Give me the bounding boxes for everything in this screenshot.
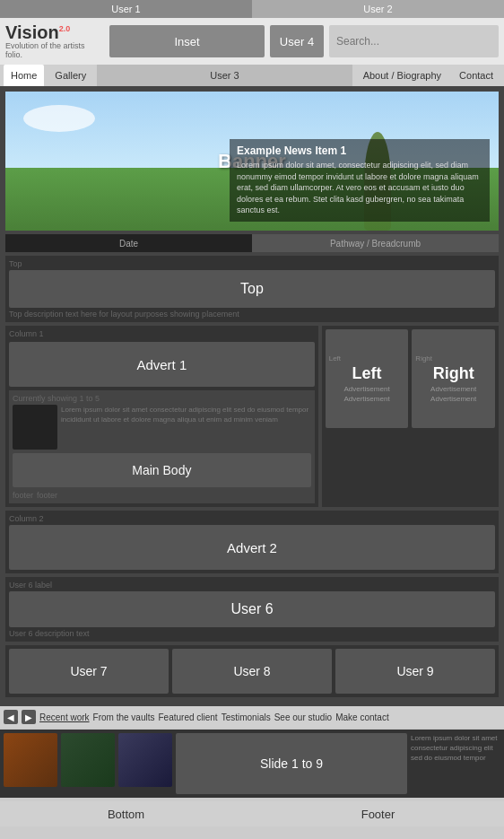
thumb-area [13,405,57,450]
advert2-section: Column 2 Advert 2 [5,511,499,573]
date-cell: Date [5,234,252,252]
slide-link-1[interactable]: Recent work [39,712,90,722]
right-col-row: Left Left Advertisement Advertisement Ri… [326,329,495,428]
slideshow-section: Slide 1 to 9 Lorem ipsum dolor sit amet … [0,730,504,798]
slide-thumb-3[interactable] [118,733,172,787]
logo-block: Vision2.0 Evolution of the artists folio… [5,23,104,59]
bottom-footer: Bottom Footer [0,801,504,826]
slide-link-4[interactable]: Testimonials [222,712,271,722]
slide-link-2[interactable]: From the vaults [93,712,155,722]
advert1-label: Column 1 [9,329,315,338]
slide-main[interactable]: Slide 1 to 9 [176,733,407,794]
top-label: Top [9,259,495,268]
left-panel: Left Left Advertisement Advertisement [326,329,409,428]
left-panel-title: Left [352,364,382,383]
banner-area: Banner Example News Item 1 Lorem ipsum d… [5,92,499,231]
main-body-label: Currently showing 1 to 5 [13,394,311,403]
inset-block[interactable]: Inset [109,25,265,57]
topbar-user1[interactable]: User 1 [0,0,252,18]
search-block[interactable] [329,25,499,57]
main-body-inner: Lorem ipsum dolor sit amet consectetur a… [13,405,311,450]
nav-row: Home Gallery User 3 About / Biography Co… [0,65,504,86]
users789-row: User 7 User 8 User 9 [9,649,495,694]
top-bar: User 1 User 2 [0,0,504,18]
top-desc: Top description text here for layout pur… [9,310,495,319]
left-panel-sub1: Advertisement [343,385,389,393]
slide-right-info: Lorem ipsum dolor sit amet consectetur a… [411,733,500,794]
slide-link-5[interactable]: See our studio [274,712,333,722]
nav-user3[interactable]: User 3 [97,65,352,86]
user6-desc: User 6 description text [9,629,495,638]
nav-item-contact[interactable]: Contact [452,65,500,86]
banner-news: Example News Item 1 Lorem ipsum dolor si… [230,139,490,222]
footer-cell: Footer [252,801,504,826]
slide-frames: Slide 1 to 9 Lorem ipsum dolor sit amet … [4,733,500,794]
right-panel-sub1: Advertisement [430,385,476,393]
content-area: Banner Example News Item 1 Lorem ipsum d… [0,86,504,706]
banner-clouds [23,105,95,132]
user6-block: User 6 [9,591,495,627]
banner-news-title: Example News Item 1 [237,144,482,157]
left-panel-sub2: Advertisement [343,395,389,403]
advert2-label: Column 2 [9,514,495,523]
nav-item-home[interactable]: Home [4,65,44,86]
header: Vision2.0 Evolution of the artists folio… [0,18,504,65]
user6-section: User 6 label User 6 User 6 description t… [5,577,499,642]
slide-prev-button[interactable]: ◀ [4,710,18,724]
slideshow-nav: ◀ ▶ Recent work From the vaults Featured… [0,706,504,728]
main-body-block: Main Body [13,453,311,487]
user9-block[interactable]: User 9 [335,649,495,694]
slide-next-button[interactable]: ▶ [22,710,36,724]
right-panel-label: Right [415,354,432,363]
topbar-user2[interactable]: User 2 [252,0,504,18]
date-bar: Date Pathway / Breadcrumb [5,234,499,252]
right-panel-title: Right [433,364,474,383]
top-section: Top Top Top description text here for la… [5,256,499,322]
left-col: Column 1 Advert 1 Currently showing 1 to… [5,326,318,507]
footer-link-1[interactable]: footer [13,491,33,500]
advert1-block: Advert 1 [9,342,315,387]
advert2-block: Advert 2 [9,525,495,570]
banner-news-text: Lorem ipsum dolor sit amet, consectetur … [237,160,482,216]
slide-link-6[interactable]: Make contact [335,712,388,722]
bottom-cell: Bottom [0,801,252,826]
slide-thumb-2[interactable] [61,733,115,787]
middle-section: Column 1 Advert 1 Currently showing 1 to… [5,326,499,507]
footer-link-2[interactable]: footer [37,491,57,500]
slide-link-3[interactable]: Featured client [159,712,218,722]
user8-block[interactable]: User 8 [172,649,332,694]
top-block: Top [9,270,495,308]
user4-block[interactable]: User 4 [270,25,324,57]
nav-item-gallery[interactable]: Gallery [48,65,93,86]
nav-item-about[interactable]: About / Biography [356,65,448,86]
user7-block[interactable]: User 7 [9,649,169,694]
footer-links-row: footer footer [13,491,311,500]
right-panel: Right Right Advertisement Advertisement [412,329,495,428]
users789-section: User 7 User 8 User 9 [5,645,499,697]
main-body-text: Lorem ipsum dolor sit amet consectetur a… [61,405,311,450]
slide-right-text: Lorem ipsum dolor sit amet consectetur a… [411,733,500,764]
logo-text: Vision2.0 [5,23,104,41]
left-panel-label: Left [329,354,341,363]
logo-sub: Evolution of the artists folio. [5,41,104,59]
search-input[interactable] [336,35,491,48]
breadcrumb-cell: Pathway / Breadcrumb [252,234,499,252]
right-panel-sub2: Advertisement [430,395,476,403]
main-body-container: Currently showing 1 to 5 Lorem ipsum dol… [9,390,315,503]
user6-label: User 6 label [9,581,495,590]
slide-thumb-1[interactable] [4,733,57,787]
right-col: Left Left Advertisement Advertisement Ri… [322,326,499,507]
